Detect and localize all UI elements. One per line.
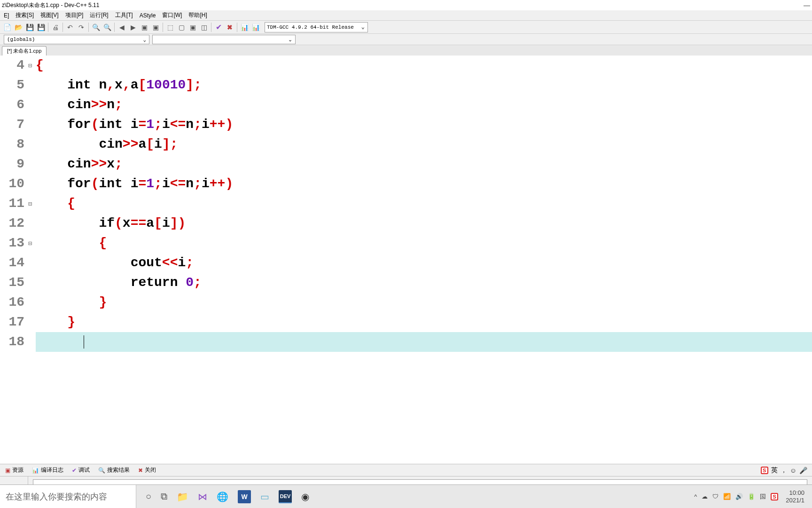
open-file-icon[interactable]: 📂 <box>13 22 23 32</box>
rebuild-icon[interactable]: ◫ <box>199 22 209 32</box>
tab-compile-log[interactable]: 📊编译日志 <box>28 465 68 476</box>
tab-search-result[interactable]: 🔍搜索结果 <box>94 465 134 476</box>
goto-icon[interactable]: ▣ <box>139 22 149 32</box>
onedrive-icon[interactable]: ☁ <box>702 493 708 500</box>
taskbar: 在这里输入你要搜索的内容 ○ ⧉ 📁 ⋈ 🌐 W ▭ DEV ◉ ^ ☁ 🛡 📶… <box>0 484 812 508</box>
explorer-icon[interactable]: 📁 <box>177 491 188 502</box>
check-icon: ✔ <box>72 467 77 474</box>
tray-sogou-icon[interactable]: S <box>771 493 778 500</box>
ime-lang[interactable]: 英 <box>771 466 778 475</box>
close-icon: ✖ <box>138 467 143 474</box>
ime-mic-icon[interactable]: 🎤 <box>799 467 807 474</box>
titlebar-path: z\Desktop\未命名1.cpp - Dev-C++ 5.11 <box>2 1 99 9</box>
ime-bar: S 英 ， ☺ 🎤 <box>761 466 811 475</box>
menu-astyle[interactable]: AStyle <box>137 11 159 20</box>
notes-icon[interactable]: ▭ <box>260 491 269 502</box>
tab-close[interactable]: ✖关闭 <box>134 465 160 476</box>
battery-icon[interactable]: 🔋 <box>748 493 755 500</box>
ime-sogou-icon[interactable]: S <box>761 467 768 474</box>
new-file-icon[interactable]: 📄 <box>2 22 12 32</box>
debug-icon[interactable]: ✔ <box>213 22 224 32</box>
menu-window[interactable]: 窗口[W] <box>159 10 185 20</box>
file-tabbar: [*] 未命名1.cpp <box>0 45 812 56</box>
profile-icon[interactable]: 📊 <box>239 22 250 32</box>
chart-icon: 📊 <box>32 467 39 474</box>
code-area[interactable]: { int n,x,a[10010]; cin>>n; for(int i=1;… <box>33 56 812 464</box>
scopebar: (globals) <box>0 34 812 45</box>
menu-project[interactable]: 项目[P] <box>62 10 86 20</box>
taskview-icon[interactable]: ⧉ <box>161 491 167 502</box>
windows-search-input[interactable]: 在这里输入你要搜索的内容 <box>0 485 136 508</box>
search-icon: 🔍 <box>98 467 105 474</box>
compile-run-icon[interactable]: ▣ <box>187 22 198 32</box>
tab-resource[interactable]: ▣资源 <box>1 465 28 476</box>
tab-debug[interactable]: ✔调试 <box>68 465 94 476</box>
devcpp-icon[interactable]: DEV <box>279 490 292 503</box>
scope-members[interactable] <box>152 35 296 44</box>
bookmark-icon[interactable]: ▣ <box>150 22 161 32</box>
stop-icon[interactable]: ✖ <box>225 22 235 32</box>
undo-icon[interactable]: ↶ <box>65 22 75 32</box>
wifi-icon[interactable]: 📶 <box>723 493 731 500</box>
nav-back-icon[interactable]: ◀ <box>117 22 127 32</box>
obs-icon[interactable]: ◉ <box>301 491 309 502</box>
run-icon[interactable]: ▢ <box>176 22 187 32</box>
cortana-icon[interactable]: ○ <box>146 491 151 502</box>
bottom-panel-tabs: ▣资源 📊编译日志 ✔调试 🔍搜索结果 ✖关闭 S 英 ， ☺ 🎤 <box>0 464 812 476</box>
menu-view[interactable]: 视图[V] <box>38 10 62 20</box>
menu-file[interactable]: E] <box>1 11 12 20</box>
tray-up-icon[interactable]: ^ <box>694 493 697 500</box>
line-gutter: 456789101112131415161718 <box>0 56 27 464</box>
chrome-icon[interactable]: 🌐 <box>217 491 228 502</box>
clock[interactable]: 10:00 2021/1 <box>783 489 807 504</box>
replace-icon[interactable]: 🔍 <box>102 22 112 32</box>
redo-icon[interactable]: ↷ <box>76 22 86 32</box>
word-icon[interactable]: W <box>238 490 251 503</box>
menu-run[interactable]: 运行[R] <box>87 10 111 20</box>
titlebar: z\Desktop\未命名1.cpp - Dev-C++ 5.11 — <box>0 0 812 10</box>
menu-help[interactable]: 帮助[H] <box>186 10 210 20</box>
compile-icon[interactable]: ⬚ <box>165 22 175 32</box>
defender-icon[interactable]: 🛡 <box>712 493 718 500</box>
print-icon[interactable]: 🖨 <box>50 22 61 32</box>
resource-icon: ▣ <box>5 467 10 474</box>
code-editor[interactable]: 456789101112131415161718 ⊟⊟⊟ { int n,x,a… <box>0 56 812 464</box>
file-tab[interactable]: [*] 未命名1.cpp <box>2 46 47 56</box>
minimize-icon[interactable]: — <box>804 1 810 9</box>
ime-punct[interactable]: ， <box>781 466 787 475</box>
ime-icon[interactable]: 囩 <box>760 492 766 501</box>
scope-globals[interactable]: (globals) <box>4 35 149 44</box>
save-icon[interactable]: 💾 <box>24 22 35 32</box>
toolbar: 📄 📂 💾 💾 🖨 ↶ ↷ 🔍 🔍 ◀ ▶ ▣ ▣ ⬚ ▢ ▣ ◫ ✔ ✖ 📊 … <box>0 21 812 34</box>
volume-icon[interactable]: 🔊 <box>735 493 743 500</box>
menu-tools[interactable]: 工具[T] <box>112 10 136 20</box>
fold-column[interactable]: ⊟⊟⊟ <box>27 56 33 464</box>
nav-fwd-icon[interactable]: ▶ <box>128 22 138 32</box>
profile2-icon[interactable]: 📊 <box>250 22 261 32</box>
compiler-selector[interactable]: TDM-GCC 4.9.2 64-bit Release <box>265 22 368 32</box>
system-tray: ^ ☁ 🛡 📶 🔊 🔋 囩 S 10:00 2021/1 <box>689 489 812 504</box>
saveall-icon[interactable]: 💾 <box>36 22 46 32</box>
find-icon[interactable]: 🔍 <box>91 22 101 32</box>
ime-emoji[interactable]: ☺ <box>790 467 796 474</box>
menu-search[interactable]: 搜索[S] <box>13 10 37 20</box>
visualstudio-icon[interactable]: ⋈ <box>198 491 207 502</box>
menubar: E] 搜索[S] 视图[V] 项目[P] 运行[R] 工具[T] AStyle … <box>0 10 812 21</box>
